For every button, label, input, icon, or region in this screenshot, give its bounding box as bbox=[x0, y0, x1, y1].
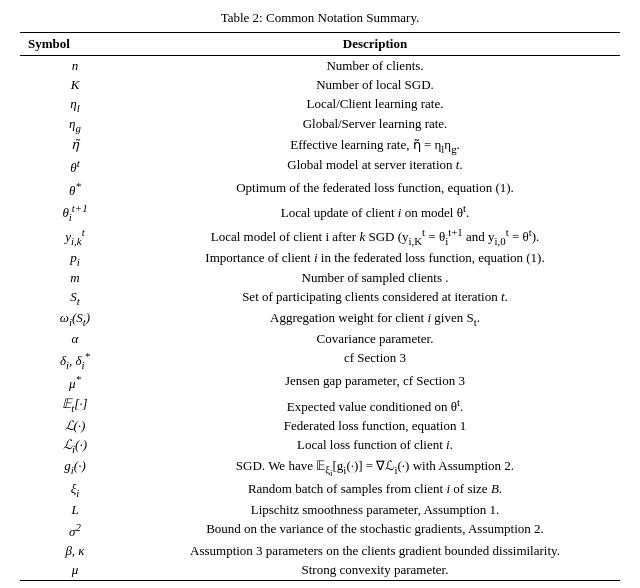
table-row: θit+1Local update of client i on model θ… bbox=[20, 200, 620, 224]
table-row: ℒ(·)Federated loss function, equation 1 bbox=[20, 417, 620, 436]
description-cell: Set of participating clients considered … bbox=[130, 288, 620, 309]
symbol-cell: pi bbox=[20, 248, 130, 269]
table-row: gi(·)SGD. We have 𝔼ξi[gi(·)] = ∇ℒi(·) wi… bbox=[20, 456, 620, 480]
symbol-cell: ηg bbox=[20, 115, 130, 136]
description-cell: Global/Server learning rate. bbox=[130, 115, 620, 136]
description-cell: Bound on the variance of the stochastic … bbox=[130, 520, 620, 542]
table-row: yi,ktLocal model of client i after k SGD… bbox=[20, 224, 620, 248]
symbol-cell: m bbox=[20, 269, 130, 288]
symbol-cell: L bbox=[20, 501, 130, 520]
description-cell: Jensen gap parameter, cf Section 3 bbox=[130, 372, 620, 394]
symbol-cell: gi(·) bbox=[20, 456, 130, 480]
table-row: μ*Jensen gap parameter, cf Section 3 bbox=[20, 372, 620, 394]
symbol-cell: θit+1 bbox=[20, 200, 130, 224]
symbol-cell: μ* bbox=[20, 372, 130, 394]
table-header-row: Symbol Description bbox=[20, 33, 620, 56]
symbol-cell: α bbox=[20, 329, 130, 348]
symbol-cell: n bbox=[20, 56, 130, 76]
description-cell: Strong convexity parameter. bbox=[130, 561, 620, 581]
description-cell: Expected value conditioned on θt. bbox=[130, 394, 620, 416]
symbol-cell: μ bbox=[20, 561, 130, 581]
description-cell: Covariance parameter. bbox=[130, 329, 620, 348]
description-cell: Importance of client i in the federated … bbox=[130, 248, 620, 269]
table-row: μStrong convexity parameter. bbox=[20, 561, 620, 581]
description-cell: Assumption 3 parameters on the clients g… bbox=[130, 542, 620, 561]
description-cell: Effective learning rate, η̃ = ηlηg. bbox=[130, 135, 620, 156]
table-row: ωi(St)Aggregation weight for client i gi… bbox=[20, 308, 620, 329]
table-row: StSet of participating clients considere… bbox=[20, 288, 620, 309]
table-row: θtGlobal model at server iteration t. bbox=[20, 156, 620, 178]
symbol-cell: ωi(St) bbox=[20, 308, 130, 329]
table-row: LLipschitz smoothness parameter, Assumpt… bbox=[20, 501, 620, 520]
table-row: η̃Effective learning rate, η̃ = ηlηg. bbox=[20, 135, 620, 156]
description-cell: Global model at server iteration t. bbox=[130, 156, 620, 178]
description-cell: Number of clients. bbox=[130, 56, 620, 76]
description-cell: Lipschitz smoothness parameter, Assumpti… bbox=[130, 501, 620, 520]
table-row: ℒi(·)Local loss function of client i. bbox=[20, 436, 620, 457]
description-cell: Number of sampled clients . bbox=[130, 269, 620, 288]
table-title: Table 2: Common Notation Summary. bbox=[20, 10, 620, 26]
symbol-cell: K bbox=[20, 75, 130, 94]
symbol-cell: ℒi(·) bbox=[20, 436, 130, 457]
symbol-cell: θ* bbox=[20, 178, 130, 200]
table-row: ηgGlobal/Server learning rate. bbox=[20, 115, 620, 136]
description-cell: Aggregation weight for client i given St… bbox=[130, 308, 620, 329]
table-row: θ*Optimum of the federated loss function… bbox=[20, 178, 620, 200]
table-row: ξiRandom batch of samples from client i … bbox=[20, 480, 620, 501]
description-cell: Local update of client i on model θt. bbox=[130, 200, 620, 224]
table-row: ηlLocal/Client learning rate. bbox=[20, 94, 620, 115]
symbol-cell: δi, δi* bbox=[20, 348, 130, 372]
description-header: Description bbox=[130, 33, 620, 56]
symbol-cell: ℒ(·) bbox=[20, 417, 130, 436]
table-row: δi, δi*cf Section 3 bbox=[20, 348, 620, 372]
description-cell: Local/Client learning rate. bbox=[130, 94, 620, 115]
notation-table: Symbol Description nNumber of clients.KN… bbox=[20, 32, 620, 581]
description-cell: cf Section 3 bbox=[130, 348, 620, 372]
symbol-cell: ηl bbox=[20, 94, 130, 115]
symbol-cell: θt bbox=[20, 156, 130, 178]
table-row: 𝔼t[·]Expected value conditioned on θt. bbox=[20, 394, 620, 416]
description-cell: Local loss function of client i. bbox=[130, 436, 620, 457]
description-cell: Federated loss function, equation 1 bbox=[130, 417, 620, 436]
symbol-cell: σ2 bbox=[20, 520, 130, 542]
symbol-cell: 𝔼t[·] bbox=[20, 394, 130, 416]
symbol-cell: yi,kt bbox=[20, 224, 130, 248]
description-cell: Number of local SGD. bbox=[130, 75, 620, 94]
table-row: nNumber of clients. bbox=[20, 56, 620, 76]
table-row: αCovariance parameter. bbox=[20, 329, 620, 348]
description-cell: Local model of client i after k SGD (yi,… bbox=[130, 224, 620, 248]
symbol-cell: ξi bbox=[20, 480, 130, 501]
symbol-header: Symbol bbox=[20, 33, 130, 56]
symbol-cell: β, κ bbox=[20, 542, 130, 561]
description-cell: Random batch of samples from client i of… bbox=[130, 480, 620, 501]
table-row: KNumber of local SGD. bbox=[20, 75, 620, 94]
symbol-cell: St bbox=[20, 288, 130, 309]
table-row: β, κAssumption 3 parameters on the clien… bbox=[20, 542, 620, 561]
description-cell: SGD. We have 𝔼ξi[gi(·)] = ∇ℒi(·) with As… bbox=[130, 456, 620, 480]
symbol-cell: η̃ bbox=[20, 135, 130, 156]
table-row: mNumber of sampled clients . bbox=[20, 269, 620, 288]
table-row: piImportance of client i in the federate… bbox=[20, 248, 620, 269]
table-row: σ2Bound on the variance of the stochasti… bbox=[20, 520, 620, 542]
description-cell: Optimum of the federated loss function, … bbox=[130, 178, 620, 200]
